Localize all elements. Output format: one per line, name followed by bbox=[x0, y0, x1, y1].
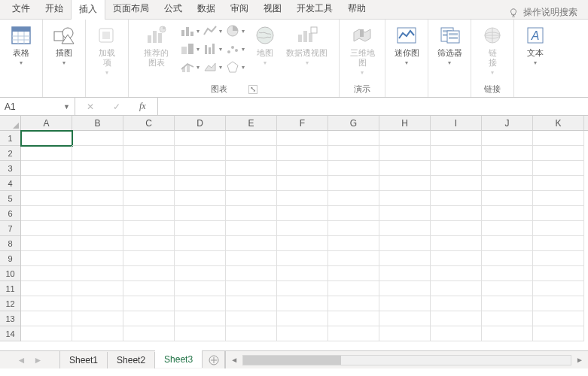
cell[interactable] bbox=[21, 176, 72, 191]
cell[interactable] bbox=[175, 251, 226, 266]
row-header[interactable]: 9 bbox=[0, 251, 20, 266]
cell[interactable] bbox=[533, 131, 584, 146]
statistic-chart-button[interactable]: ▾ bbox=[202, 41, 223, 57]
cell[interactable] bbox=[431, 206, 482, 221]
cell[interactable] bbox=[123, 161, 175, 176]
cell[interactable] bbox=[482, 176, 533, 191]
cell[interactable] bbox=[72, 296, 123, 311]
cell[interactable] bbox=[379, 296, 431, 311]
cell[interactable] bbox=[123, 206, 175, 221]
cell[interactable] bbox=[482, 326, 533, 341]
cell[interactable] bbox=[533, 176, 584, 191]
cell[interactable] bbox=[328, 296, 379, 311]
cell[interactable] bbox=[123, 266, 175, 281]
col-header[interactable]: A bbox=[21, 116, 72, 130]
col-header[interactable]: C bbox=[123, 116, 175, 130]
col-header[interactable]: K bbox=[533, 116, 584, 130]
cell[interactable] bbox=[21, 326, 72, 341]
cell[interactable] bbox=[533, 191, 584, 206]
row-header[interactable]: 10 bbox=[0, 266, 20, 281]
filters-button[interactable]: 筛选器 ▾ bbox=[433, 23, 466, 66]
col-header[interactable]: H bbox=[379, 116, 431, 130]
hierarchy-chart-button[interactable]: ▾ bbox=[179, 41, 200, 57]
tab-view[interactable]: 视图 bbox=[256, 0, 289, 19]
text-button[interactable]: A 文本 ▾ bbox=[519, 23, 552, 66]
cell[interactable] bbox=[379, 311, 431, 326]
cell[interactable] bbox=[482, 281, 533, 296]
cell[interactable] bbox=[175, 146, 226, 161]
cell[interactable] bbox=[379, 281, 431, 296]
spreadsheet-grid[interactable]: ABCDEFGHIJK 1234567891011121314 bbox=[0, 116, 588, 350]
tab-help[interactable]: 帮助 bbox=[340, 0, 373, 19]
cell[interactable] bbox=[328, 161, 379, 176]
cell[interactable] bbox=[328, 236, 379, 251]
cell[interactable] bbox=[226, 191, 277, 206]
cell[interactable] bbox=[21, 251, 72, 266]
cell[interactable] bbox=[533, 221, 584, 236]
cell[interactable] bbox=[123, 176, 175, 191]
cell[interactable] bbox=[533, 296, 584, 311]
row-header[interactable]: 11 bbox=[0, 281, 20, 296]
cell[interactable] bbox=[328, 326, 379, 341]
scroll-right-icon[interactable]: ► bbox=[574, 356, 585, 364]
horizontal-scrollbar[interactable]: ◄ ► bbox=[225, 351, 588, 368]
cell[interactable] bbox=[123, 131, 175, 146]
cell[interactable] bbox=[21, 221, 72, 236]
cell[interactable] bbox=[328, 311, 379, 326]
cell[interactable] bbox=[328, 146, 379, 161]
cell[interactable] bbox=[123, 311, 175, 326]
column-chart-button[interactable]: ▾ bbox=[179, 23, 200, 39]
cell[interactable] bbox=[482, 266, 533, 281]
tab-insert[interactable]: 插入 bbox=[71, 0, 105, 20]
cell[interactable] bbox=[175, 266, 226, 281]
column-headers[interactable]: ABCDEFGHIJK bbox=[21, 116, 588, 131]
tell-me-search[interactable]: 操作说明搜索 bbox=[508, 6, 588, 19]
cell[interactable] bbox=[123, 236, 175, 251]
cell[interactable] bbox=[72, 191, 123, 206]
cell[interactable] bbox=[226, 326, 277, 341]
tab-data[interactable]: 数据 bbox=[190, 0, 223, 19]
cell[interactable] bbox=[123, 281, 175, 296]
cell[interactable] bbox=[533, 161, 584, 176]
cell[interactable] bbox=[226, 146, 277, 161]
cell[interactable] bbox=[123, 146, 175, 161]
cell[interactable] bbox=[72, 266, 123, 281]
row-header[interactable]: 13 bbox=[0, 311, 20, 326]
cell[interactable] bbox=[277, 311, 328, 326]
cell[interactable] bbox=[482, 221, 533, 236]
cell[interactable] bbox=[226, 221, 277, 236]
tab-formulas[interactable]: 公式 bbox=[157, 0, 190, 19]
cancel-icon[interactable]: ✕ bbox=[87, 102, 94, 112]
sheet-nav-arrows[interactable]: ◄ ► bbox=[0, 351, 60, 368]
cell[interactable] bbox=[277, 161, 328, 176]
cell[interactable] bbox=[72, 221, 123, 236]
cell[interactable] bbox=[482, 311, 533, 326]
cell[interactable] bbox=[226, 161, 277, 176]
nav-next-icon[interactable]: ► bbox=[34, 355, 43, 365]
cell[interactable] bbox=[226, 236, 277, 251]
cell[interactable] bbox=[533, 206, 584, 221]
cell[interactable] bbox=[226, 296, 277, 311]
fx-icon[interactable]: fx bbox=[139, 101, 146, 112]
cell[interactable] bbox=[328, 176, 379, 191]
cell[interactable] bbox=[431, 251, 482, 266]
cell[interactable] bbox=[277, 251, 328, 266]
col-header[interactable]: G bbox=[328, 116, 379, 130]
scroll-track[interactable] bbox=[242, 355, 571, 365]
addins-button[interactable]: 加载 项 ▾ bbox=[90, 23, 123, 76]
cell[interactable] bbox=[533, 326, 584, 341]
cell[interactable] bbox=[431, 161, 482, 176]
cell[interactable] bbox=[226, 176, 277, 191]
cell[interactable] bbox=[21, 236, 72, 251]
cell[interactable] bbox=[482, 191, 533, 206]
row-header[interactable]: 3 bbox=[0, 161, 20, 176]
tab-developer[interactable]: 开发工具 bbox=[289, 0, 340, 19]
line-chart-button[interactable]: ▾ bbox=[202, 23, 223, 39]
cell[interactable] bbox=[277, 176, 328, 191]
cell[interactable] bbox=[482, 146, 533, 161]
cell[interactable] bbox=[431, 146, 482, 161]
tab-review[interactable]: 审阅 bbox=[223, 0, 256, 19]
cell[interactable] bbox=[277, 236, 328, 251]
cell[interactable] bbox=[328, 251, 379, 266]
cell[interactable] bbox=[72, 281, 123, 296]
